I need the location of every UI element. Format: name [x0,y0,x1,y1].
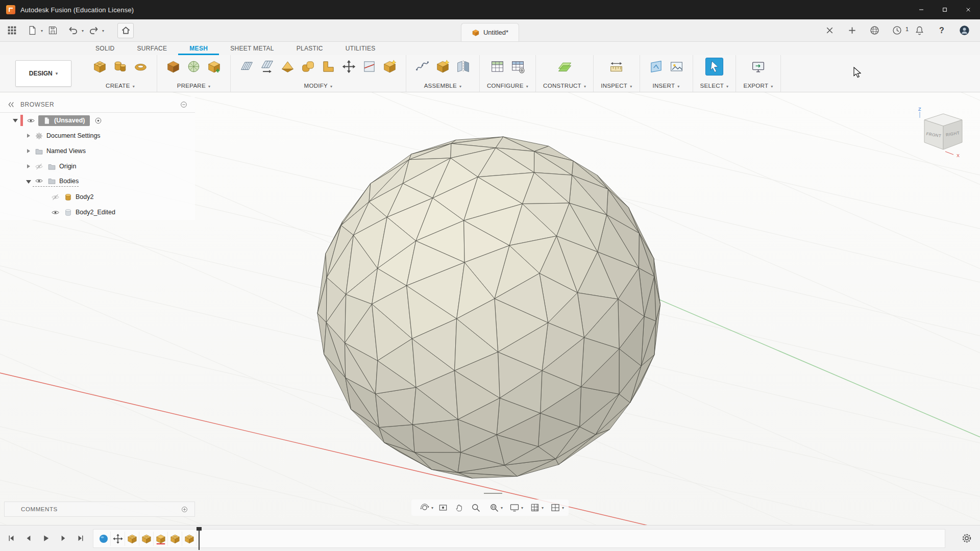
timeline-feature-5-mesh-feature-red-icon[interactable] [154,532,168,546]
visibility-eye-off-icon[interactable] [35,162,43,171]
expand-arrow-icon[interactable] [24,147,33,155]
redo-button[interactable] [87,24,100,37]
browser-item-label[interactable]: Bodies [59,178,79,185]
browser-item-label[interactable]: Body2_Edited [76,209,115,216]
mesh-sphere-body[interactable] [317,137,660,478]
expand-arrow-icon[interactable] [24,178,33,186]
job-status-clock-button[interactable]: 1 [890,24,903,37]
file-new-button[interactable] [26,24,39,37]
ribbon-group-label-assemble[interactable]: ASSEMBLE [424,83,462,90]
unwrap-icon[interactable] [320,58,337,76]
browser-minimize-icon[interactable] [180,101,188,109]
save-button[interactable] [46,24,59,37]
browser-row-body2[interactable]: Body2 [0,189,195,205]
export-screen-icon[interactable] [749,58,767,76]
ribbon-group-label-select[interactable]: SELECT [700,83,729,90]
extensions-globe-button[interactable] [868,24,881,37]
configuration-table-icon[interactable] [488,58,506,76]
timeline-track[interactable] [93,529,945,548]
visibility-eye-off-icon[interactable] [51,193,60,202]
move-icon[interactable] [340,58,358,76]
add-comment-icon[interactable] [181,506,188,513]
mesh-torus-icon[interactable] [132,58,150,76]
browser-row-root[interactable]: (Unsaved) [0,113,195,128]
reduce-icon[interactable] [258,58,276,76]
ribbon-group-label-prepare[interactable]: PREPARE [177,83,211,90]
home-button[interactable] [117,23,134,38]
activate-component-icon[interactable] [94,116,103,125]
browser-collapse-icon[interactable] [6,100,15,109]
insert-canvas-icon[interactable] [647,58,665,76]
close-tab-button[interactable] [823,24,836,37]
browser-row-document-settings[interactable]: Document Settings [0,128,195,143]
ribbon-group-label-create[interactable]: CREATE [106,83,135,90]
ribbon-tab-mesh[interactable]: MESH [178,43,219,55]
browser-item-label[interactable]: Body2 [76,193,93,201]
merge-bodies-icon[interactable] [434,58,452,76]
document-tab[interactable]: Untitled* [461,23,519,41]
step-back-button[interactable] [22,532,35,544]
repair-mesh-icon[interactable] [185,58,203,76]
pan-button[interactable] [452,501,467,514]
timeline-position-marker[interactable] [199,527,200,550]
ribbon-tab-sheet-metal[interactable]: SHEET METAL [219,43,285,55]
browser-row-bodies[interactable]: Bodies [0,174,195,189]
convert-mesh-icon[interactable] [381,58,399,76]
minimize-button[interactable] [910,0,933,19]
timeline-feature-4-mesh-feature-icon[interactable] [139,532,154,546]
erase-fill-icon[interactable] [279,58,297,76]
visibility-eye-icon[interactable] [27,116,35,125]
maximize-button[interactable] [933,0,957,19]
insert-mesh-icon[interactable] [91,58,109,76]
timeline-feature-3-mesh-feature-icon[interactable] [125,532,139,546]
construction-plane-icon[interactable] [556,58,574,76]
ribbon-group-label-export[interactable]: EXPORT [743,83,773,90]
timeline-feature-2-move-feature-icon[interactable] [111,532,125,546]
smooth-icon[interactable] [299,58,317,76]
browser-row-named-views[interactable]: Named Views [0,143,195,159]
close-window-button[interactable] [957,0,980,19]
help-button[interactable]: ? [935,24,948,37]
view-cube[interactable]: Z FRONT RIGHT X [915,104,971,161]
plane-cut-icon[interactable] [360,58,378,76]
ribbon-group-label-construct[interactable]: CONSTRUCT [543,83,586,90]
root-selection-highlight[interactable]: (Unsaved) [38,115,90,126]
browser-item-label[interactable]: Origin [59,163,76,170]
user-avatar-button[interactable] [958,24,971,37]
display-settings-button[interactable] [505,501,524,514]
look-at-button[interactable] [436,501,450,514]
ribbon-tab-solid[interactable]: SOLID [84,43,126,55]
mesh-boundary-icon[interactable] [413,58,431,76]
remesh-icon[interactable] [238,58,256,76]
configure-features-icon[interactable] [509,58,527,76]
play-button[interactable] [40,532,52,544]
combine-cylinders-icon[interactable] [111,58,129,76]
browser-item-label[interactable]: Document Settings [46,132,101,139]
comments-bar[interactable]: COMMENTS [4,502,195,517]
expand-arrow-icon[interactable] [11,116,19,124]
expand-arrow-icon[interactable] [24,132,33,140]
viewport-3d[interactable]: Z FRONT RIGHT X BROWSER (U [0,92,980,525]
add-geometry-icon[interactable] [205,58,223,76]
visibility-eye-icon[interactable] [51,208,60,217]
grid-settings-button[interactable] [526,501,544,514]
ribbon-group-label-modify[interactable]: MODIFY [304,83,333,90]
viewports-button[interactable] [546,501,565,514]
notifications-bell-button[interactable] [913,24,926,37]
timeline-settings-gear-icon[interactable] [961,532,973,544]
ribbon-group-label-inspect[interactable]: INSPECT [601,83,632,90]
timeline-feature-1-sphere-feature-icon[interactable] [96,532,111,546]
visibility-eye-icon[interactable] [35,177,43,185]
zoom-window-button[interactable] [485,501,503,514]
expand-arrow-icon[interactable] [24,162,33,170]
timeline-feature-6-mesh-feature-icon[interactable] [168,532,182,546]
ribbon-tab-surface[interactable]: SURFACE [126,43,179,55]
timeline-feature-7-mesh-feature-icon[interactable] [182,532,197,546]
new-tab-button[interactable] [845,24,859,37]
step-forward-button[interactable] [57,532,69,544]
browser-row-body2-edited[interactable]: Body2_Edited [0,205,195,220]
app-grid-button[interactable] [5,24,18,37]
generate-face-groups-icon[interactable] [164,58,182,76]
ribbon-tab-plastic[interactable]: PLASTIC [285,43,334,55]
ribbon-group-label-configure[interactable]: CONFIGURE [487,83,528,90]
